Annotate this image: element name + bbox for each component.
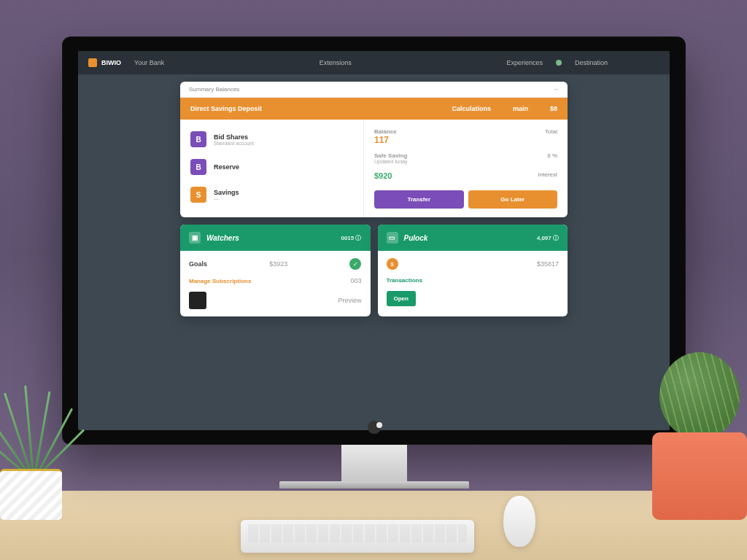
account-icon: B (190, 131, 206, 147)
status-dot-icon (556, 60, 562, 66)
link-value: 003 (350, 277, 361, 284)
apple-logo-icon (368, 421, 381, 434)
stat-sub: Updated today (374, 159, 408, 164)
plant-right (641, 352, 747, 520)
card-chip-icon: ▭ (387, 232, 398, 244)
top-nav: BIWIO Your Bank Extensions Experiences D… (78, 51, 670, 74)
nav-link[interactable]: Experiences (506, 59, 543, 66)
logo-mark-icon (88, 58, 97, 67)
header-value: $8 (550, 105, 557, 112)
panel-subheader: Summary Balances ··· (180, 82, 568, 98)
bookmark-icon: ▣ (189, 232, 201, 244)
list-item[interactable]: B Bid Shares Standard account (180, 125, 363, 153)
panel-header: Direct Savings Deposit Calculations main… (180, 98, 568, 120)
row-label: Goals (189, 260, 207, 268)
watchers-card: ▣ Watchers 0015 ⓘ Goals $3923 ✓ Mana (180, 225, 371, 316)
card-title: Watchers (206, 234, 239, 242)
stat-right: 8 % (547, 152, 557, 159)
row-value: $3923 (269, 260, 287, 268)
app-screen: BIWIO Your Bank Extensions Experiences D… (78, 51, 670, 430)
card-meta[interactable]: 0015 ⓘ (341, 234, 361, 242)
stat-right: Interest (538, 171, 557, 178)
row-value: $35817 (537, 260, 559, 268)
list-item[interactable]: B Reserve (180, 153, 363, 181)
stat-value: $920 (374, 171, 392, 180)
header-mid: Calculations (452, 105, 491, 112)
nav-link[interactable]: Destination (575, 59, 608, 66)
check-icon: ✓ (349, 258, 361, 270)
stats-column: Balance 117 Total Safe Saving Updated to… (363, 120, 568, 217)
stat-right: Total (545, 128, 557, 135)
account-icon: B (190, 159, 206, 175)
accounts-list: B Bid Shares Standard account B Reserve (180, 120, 363, 217)
subscriptions-link[interactable]: Manage Subscriptions (189, 278, 251, 284)
thumbnail-icon[interactable] (189, 292, 206, 309)
subheader-label: Summary Balances (189, 86, 239, 93)
currency-icon: $ (387, 258, 398, 270)
transactions-link[interactable]: Transactions (387, 277, 422, 284)
open-button[interactable]: Open (387, 291, 416, 306)
brand-logo[interactable]: BIWIO (88, 58, 121, 67)
keyboard (241, 520, 474, 553)
stat-label: Safe Saving (374, 152, 408, 159)
brand-text: BIWIO (101, 59, 121, 66)
stat-label: Balance (374, 128, 397, 135)
item-sub: Standard account (214, 141, 254, 146)
accounts-panel: Summary Balances ··· Direct Savings Depo… (180, 82, 568, 217)
card-title: Pulock (404, 234, 428, 242)
card-header: ▭ Pulock 4,097 ⓘ (378, 225, 568, 251)
monitor: BIWIO Your Bank Extensions Experiences D… (62, 36, 686, 489)
item-title: Bid Shares (214, 133, 254, 141)
item-sub: — (214, 196, 239, 201)
thumb-label: Preview (338, 297, 361, 304)
header-title: Direct Savings Deposit (190, 105, 262, 112)
card-meta[interactable]: 4,097 ⓘ (537, 234, 559, 242)
more-icon[interactable]: ··· (554, 86, 559, 93)
item-title: Savings (214, 189, 239, 196)
item-title: Reserve (214, 163, 239, 171)
mouse (503, 496, 535, 547)
card-header: ▣ Watchers 0015 ⓘ (180, 225, 371, 251)
later-button[interactable]: Go Later (468, 190, 558, 209)
nav-link[interactable]: Your Bank (134, 59, 164, 66)
nav-link[interactable]: Extensions (320, 59, 352, 66)
transfer-button[interactable]: Transfer (374, 190, 464, 209)
stat-value: 117 (374, 135, 397, 145)
header-tag: main (513, 105, 528, 112)
pulock-card: ▭ Pulock 4,097 ⓘ $ $35817 Transactions (378, 225, 568, 316)
account-icon: S (190, 187, 206, 203)
list-item[interactable]: S Savings — (180, 181, 363, 209)
plant-left (0, 389, 73, 520)
